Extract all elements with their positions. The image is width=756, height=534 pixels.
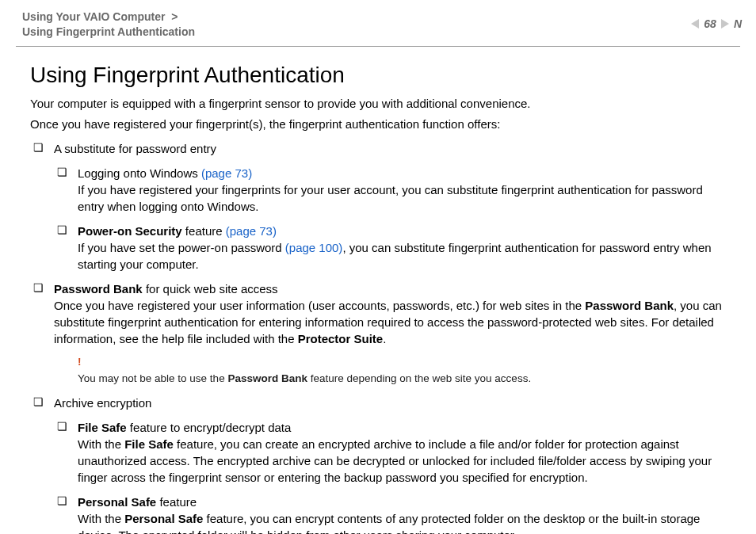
bullet-password-bank: Password Bank for quick web site access …	[30, 280, 726, 387]
intro-1: Your computer is equipped with a fingerp…	[30, 96, 726, 112]
content: Using Fingerprint Authentication Your co…	[0, 47, 756, 534]
link-page-73a[interactable]: (page 73)	[201, 166, 252, 180]
body-a: Once you have registered your user infor…	[54, 299, 585, 312]
note: ! You may not be able to use the Passwor…	[78, 355, 726, 387]
page-n-label: N	[734, 17, 742, 30]
link-page-73b[interactable]: (page 73)	[226, 224, 277, 238]
warning-icon: !	[78, 355, 726, 370]
sub-title-bold: Personal Safe	[78, 495, 156, 509]
sub-body-a: If you have set the power-on password	[78, 241, 285, 254]
bullet-rest: for quick web site access	[143, 282, 278, 296]
sub-body-b: feature, you can create an encrypted arc…	[78, 437, 712, 484]
sub-body-bold: File Safe	[124, 437, 174, 451]
prev-page-arrow-icon[interactable]	[691, 19, 699, 29]
page-title: Using Fingerprint Authentication	[30, 63, 726, 88]
sub-title-bold: Power-on Security	[78, 224, 182, 238]
bullet-bold: Password Bank	[54, 282, 143, 296]
sub-file-safe: File Safe feature to encrypt/decrypt dat…	[54, 419, 726, 486]
sub-body-a: With the	[78, 512, 124, 525]
sub-body-a: With the	[78, 437, 124, 451]
crumb-page: Using Fingerprint Authentication	[22, 25, 195, 38]
sub-list: Logging onto Windows (page 73) If you ha…	[54, 165, 726, 273]
sub-personal-safe: Personal Safe feature With the Personal …	[54, 494, 726, 534]
note-bold: Password Bank	[227, 372, 307, 384]
pager: 68 N	[691, 17, 742, 30]
sub-title: Logging onto Windows	[78, 166, 201, 180]
bullet-text: A substitute for password entry	[54, 142, 216, 155]
sub-body-bold: Personal Safe	[124, 512, 203, 525]
sub-title-rest: feature	[156, 495, 197, 509]
bullet-archive-encryption: Archive encryption File Safe feature to …	[30, 395, 726, 534]
crumb-sep: >	[171, 10, 178, 23]
breadcrumb: Using Your VAIO Computer >	[22, 10, 734, 25]
sub-body: If you have registered your fingerprints…	[78, 183, 703, 213]
link-page-100[interactable]: (page 100)	[285, 241, 343, 254]
sub-power-on-security: Power-on Security feature (page 73) If y…	[54, 223, 726, 273]
body-e: .	[383, 332, 386, 345]
sub-title-rest: feature to encrypt/decrypt data	[127, 421, 292, 434]
bullet-list: A substitute for password entry Logging …	[30, 140, 726, 534]
page-number: 68	[704, 17, 716, 30]
sub-title-rest: feature	[182, 224, 226, 238]
body-bold1: Password Bank	[585, 299, 674, 312]
breadcrumb-sub: Using Fingerprint Authentication	[22, 25, 734, 40]
bullet-text: Archive encryption	[54, 396, 151, 410]
page-header: Using Your VAIO Computer > Using Fingerp…	[0, 0, 756, 40]
sub-logging-windows: Logging onto Windows (page 73) If you ha…	[54, 165, 726, 215]
note-b: feature depending on the web site you ac…	[307, 372, 531, 384]
intro-2: Once you have registered your fingerprin…	[30, 116, 726, 132]
body-bold2: Protector Suite	[298, 332, 384, 345]
next-page-arrow-icon[interactable]	[721, 19, 729, 29]
bullet-password-substitute: A substitute for password entry Logging …	[30, 140, 726, 273]
crumb-section: Using Your VAIO Computer	[22, 10, 165, 23]
sub-list: File Safe feature to encrypt/decrypt dat…	[54, 419, 726, 534]
sub-title-bold: File Safe	[78, 421, 127, 434]
note-a: You may not be able to use the	[78, 372, 227, 384]
